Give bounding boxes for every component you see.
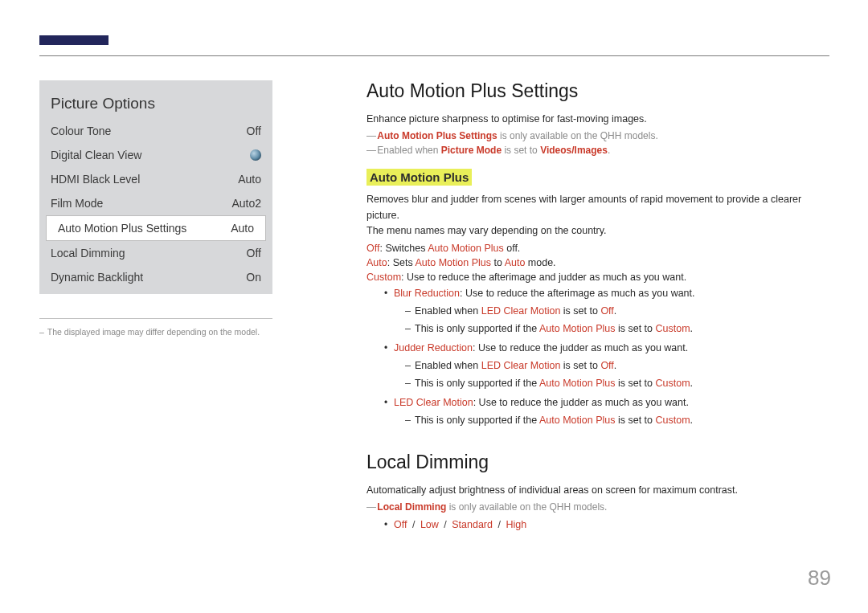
amp-desc1: Removes blur and judder from scenes with… [366,192,829,223]
menu-row-film-mode[interactable]: Film Mode Auto2 [39,191,272,215]
bullet-rest: : Use to reduce the judder as much as yo… [473,342,688,353]
heading-local-dimming: Local Dimming [366,452,829,473]
opt-low: Low [420,519,439,530]
page: Picture Options Colour Tone Off Digital … [0,0,868,613]
text: : Switches [379,243,428,254]
bullet-key: LED Clear Motion [394,397,473,408]
t: is set to [560,305,600,317]
t: . [614,305,616,317]
amp-off-line: Off: Switches Auto Motion Plus off. [366,243,829,254]
text: to [491,257,505,268]
amp-note2-pre: Enabled when [377,145,440,156]
k: LED Clear Motion [481,360,561,371]
amp-note-2: ― Enabled when Picture Mode is set to Vi… [366,145,829,156]
ld-intro: Automatically adjust brightness of indiv… [366,483,829,498]
ld-opts-bullet: Off / Low / Standard / High [384,517,829,533]
header-divider [39,55,829,56]
bullet-judder-reduction: Judder Reduction: Use to reduce the judd… [384,341,829,392]
bullet-blur-reduction: Blur Reduction: Use to reduce the afteri… [384,286,829,337]
bullet-led-clear-motion: LED Clear Motion: Use to reduce the judd… [384,395,829,429]
sub-list: This is only supported if the Auto Motio… [405,413,829,428]
opt-high: High [506,519,526,530]
menu-row-dynamic-backlight[interactable]: Dynamic Backlight On [39,265,272,289]
k: Off [600,360,613,371]
amp-auto-line: Auto: Sets Auto Motion Plus to Auto mode… [366,257,829,268]
bullet-key: Blur Reduction [394,288,460,299]
menu-row-value: Auto2 [231,197,261,210]
left-column: Picture Options Colour Tone Off Digital … [39,80,272,337]
menu-row-colour-tone[interactable]: Colour Tone Off [39,119,272,143]
t: is set to [560,360,600,371]
k: Custom [655,323,690,334]
bullet-rest: : Use to reduce the judder as much as yo… [473,397,689,408]
ld-note-rest: is only available on the QHH models. [446,501,607,513]
opt-key-amp: Auto Motion Plus [428,243,504,254]
footnote: –The displayed image may differ dependin… [39,327,272,337]
text: off. [504,243,521,254]
footnote-text: The displayed image may differ depending… [47,327,260,337]
sub-item: Enabled when LED Clear Motion is set to … [405,304,829,319]
menu-row-label: Auto Motion Plus Settings [58,222,186,235]
t: This is only supported if the [415,323,539,334]
amp-note2-end: . [608,145,610,156]
dash-icon: ― [366,145,375,156]
amp-desc2: The menu names may vary depending on the… [366,223,829,239]
bullet-key: Judder Reduction [394,342,473,353]
menu-row-value: Auto [231,222,254,235]
amp-note1-rest: is only available on the QHH models. [497,130,658,141]
menu-row-auto-motion-plus[interactable]: Auto Motion Plus Settings Auto [46,215,266,241]
menu-row-hdmi-black-level[interactable]: HDMI Black Level Auto [39,167,272,191]
menu-panel: Picture Options Colour Tone Off Digital … [39,80,272,294]
t: . [690,323,693,334]
sub-list: Enabled when LED Clear Motion is set to … [405,304,829,337]
t: This is only supported if the [415,415,539,426]
heading-amp-settings: Auto Motion Plus Settings [366,80,829,102]
menu-row-label: Colour Tone [51,125,111,137]
menu-row-value: Auto [238,173,261,186]
opt-key-amp: Auto Motion Plus [415,257,491,268]
text: : Sets [387,257,416,268]
k: Auto Motion Plus [539,323,616,334]
sub-item: Enabled when LED Clear Motion is set to … [405,358,829,374]
amp-note2-key2: Videos/Images [540,145,608,156]
menu-row-value: Off [247,247,261,260]
ld-opts: Off / Low / Standard / High [394,519,526,530]
menu-row-value: Off [247,125,261,137]
opt-off: Off [394,519,407,530]
menu-row-label: Film Mode [51,197,103,210]
t: is set to [615,415,655,426]
amp-note2-key1: Picture Mode [441,145,502,156]
page-number: 89 [808,566,831,591]
status-dot-icon [250,149,261,161]
amp-bullets: Blur Reduction: Use to reduce the afteri… [384,286,829,429]
thin-divider [39,318,272,319]
amp-custom-line: Custom: Use to reduce the afterimage and… [366,272,829,283]
sub-item: This is only supported if the Auto Motio… [405,376,829,391]
amp-note1-key: Auto Motion Plus Settings [377,130,497,141]
menu-row-digital-clean-view[interactable]: Digital Clean View [39,143,272,167]
dash-icon: ― [366,130,375,141]
right-column: Auto Motion Plus Settings Enhance pictur… [366,80,829,533]
sub-item: This is only supported if the Auto Motio… [405,321,829,337]
t: This is only supported if the [415,378,539,389]
menu-row-label: Local Dimming [51,247,125,260]
header-accent-bar [39,35,108,45]
sub-list: Enabled when LED Clear Motion is set to … [405,358,829,392]
sep: / [407,519,420,530]
amp-note2-mid: is set to [502,145,540,156]
bullet-rest: : Use to reduce the afterimage as much a… [460,288,695,299]
k: LED Clear Motion [481,305,561,317]
t: . [614,360,616,371]
menu-row-value: On [246,271,261,284]
menu-row-local-dimming[interactable]: Local Dimming Off [39,241,272,265]
opt-key-auto: Auto [366,257,387,268]
text: mode. [525,257,555,268]
t: is set to [615,378,655,389]
t: Enabled when [415,305,481,317]
ld-opts-item: Off / Low / Standard / High [384,517,829,533]
sep: / [439,519,452,530]
opt-key-auto2: Auto [505,257,526,268]
ld-note-key: Local Dimming [377,501,446,513]
k: Custom [655,415,690,426]
text: : Use to reduce the afterimage and judde… [401,272,686,283]
